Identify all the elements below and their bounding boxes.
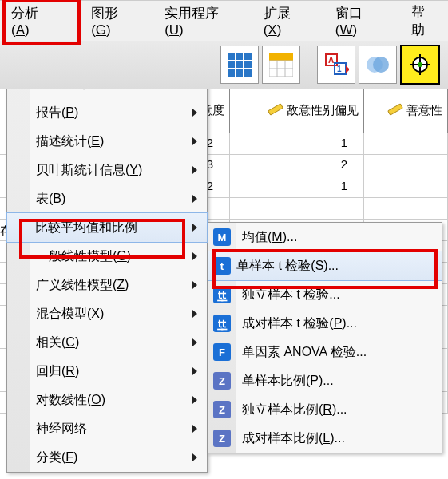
submenu-item-icon: Z xyxy=(213,401,231,418)
cell[interactable] xyxy=(364,176,448,198)
submenu-arrow-icon xyxy=(192,425,197,433)
submenu-item[interactable]: Z成对样本比例(L)... xyxy=(208,424,442,453)
menu-graphs[interactable]: 图形(G) xyxy=(80,0,147,46)
menu-item[interactable]: 表(B) xyxy=(7,184,207,213)
submenu-item-label: 成对样本比例( xyxy=(242,430,323,447)
menu-analyze[interactable]: 分析(A) xyxy=(0,0,65,46)
cell[interactable]: 2 xyxy=(230,155,364,176)
menu-item[interactable]: 报告(P) xyxy=(7,98,207,127)
menu-item-label: 相关( xyxy=(36,335,65,351)
cell[interactable] xyxy=(230,198,364,220)
toolbar-venn-icon[interactable] xyxy=(359,46,397,84)
submenu-arrow-icon xyxy=(192,396,197,404)
menu-extensions[interactable]: 扩展(X) xyxy=(252,0,318,46)
col-header-2[interactable]: 敌意性别偏见 xyxy=(230,88,364,133)
col-header-3[interactable]: 善意性 xyxy=(364,88,448,133)
menu-item[interactable]: 回归(R) xyxy=(7,357,207,386)
submenu-item[interactable]: t̲t̲独立样本 t 检验... xyxy=(208,280,442,309)
menu-help[interactable]: 帮助 xyxy=(400,0,448,47)
submenu-arrow-icon xyxy=(192,453,197,461)
svg-marker-14 xyxy=(346,65,349,73)
menu-item-label: 分类( xyxy=(36,449,65,466)
submenu-arrow-icon xyxy=(192,166,197,174)
menu-window[interactable]: 窗口(W) xyxy=(324,0,394,46)
submenu-arrow-icon xyxy=(192,137,197,145)
menu-item-label: 一般线性模型( xyxy=(36,248,117,265)
submenu-item-label: 独立样本 t 检验... xyxy=(242,287,340,303)
menu-item[interactable]: 神经网络 xyxy=(7,414,207,443)
menu-item-label: 描述统计( xyxy=(36,133,91,150)
submenu-item[interactable]: Z独立样本比例(R)... xyxy=(208,395,442,424)
menu-item-label: 表( xyxy=(36,191,53,208)
submenu-item-label: 独立样本比例( xyxy=(242,402,323,418)
submenu-arrow-icon xyxy=(192,281,197,289)
menu-utilities[interactable]: 实用程序(U) xyxy=(153,0,246,46)
toolbar: A1 xyxy=(0,40,448,89)
menu-hotkey: A xyxy=(16,22,25,38)
submenu-item-icon: t̲t̲ xyxy=(213,315,231,332)
menu-item[interactable]: 贝叶斯统计信息(Y) xyxy=(7,156,207,184)
cell[interactable]: 1 xyxy=(230,176,364,198)
svg-rect-5 xyxy=(269,53,293,61)
menu-item-label: 比较平均值和比例 xyxy=(35,220,137,236)
submenu-arrow-icon xyxy=(192,310,197,318)
cell[interactable] xyxy=(364,133,448,155)
submenu-item-label: 均值( xyxy=(242,229,272,246)
submenu-item-label: 单因素 ANOVA 检验... xyxy=(242,344,367,361)
submenu-item[interactable]: M均值(M)... xyxy=(208,223,442,251)
submenu-item-icon: Z xyxy=(213,372,231,390)
cell[interactable]: 1 xyxy=(230,133,364,155)
menu-item[interactable]: 一般线性模型(G) xyxy=(7,242,207,271)
svg-text:A: A xyxy=(328,56,334,65)
analyze-dropdown: 功效分析(W)Meta 分析报告(P)描述统计(E)贝叶斯统计信息(Y)表(B)… xyxy=(6,40,208,473)
submenu-arrow-icon xyxy=(192,109,197,117)
submenu-item[interactable]: F单因素 ANOVA 检验... xyxy=(208,338,442,366)
submenu-item-icon: F xyxy=(213,343,231,361)
submenu-item-label: 单样本比例( xyxy=(242,373,310,390)
submenu-item-icon: M xyxy=(213,228,231,246)
submenu-item[interactable]: t̲t̲成对样本 t 检验(P)... xyxy=(208,309,442,338)
submenu-item-icon: Z xyxy=(213,430,231,447)
menu-item[interactable]: 比较平均值和比例 xyxy=(6,212,208,243)
cell[interactable] xyxy=(364,198,448,220)
menu-item-label: 对数线性( xyxy=(36,392,91,409)
svg-text:1: 1 xyxy=(337,65,342,73)
cell[interactable] xyxy=(364,155,448,176)
ruler-icon xyxy=(387,101,403,120)
menu-item-label: 回归( xyxy=(36,363,65,380)
submenu-item-icon: t̲t̲ xyxy=(213,286,231,303)
menu-item[interactable]: 描述统计(E) xyxy=(7,127,207,156)
toolbar-separator xyxy=(307,47,307,82)
menu-item[interactable]: 分类(F) xyxy=(7,443,207,472)
toolbar-target-icon[interactable] xyxy=(400,45,440,85)
menubar: 分析(A) 图形(G) 实用程序(U) 扩展(X) 窗口(W) 帮助 xyxy=(0,0,448,41)
submenu-arrow-icon xyxy=(192,338,197,346)
menu-item-label: 贝叶斯统计信息( xyxy=(36,162,129,179)
menu-item[interactable]: 相关(C) xyxy=(7,328,207,357)
menu-item-label: 混合模型( xyxy=(36,306,91,323)
submenu-item-label: 成对样本 t 检验( xyxy=(242,315,334,332)
toolbar-calendar-icon[interactable] xyxy=(262,46,300,84)
svg-point-16 xyxy=(373,57,389,73)
compare-means-submenu: M均值(M)...t单样本 t 检验(S)...t̲t̲独立样本 t 检验...… xyxy=(208,222,442,453)
submenu-item[interactable]: Z单样本比例(P)... xyxy=(208,366,442,395)
toolbar-grid-icon[interactable] xyxy=(220,46,259,84)
submenu-arrow-icon xyxy=(192,195,197,203)
submenu-arrow-icon xyxy=(192,224,197,232)
submenu-arrow-icon xyxy=(192,252,197,260)
menu-item[interactable]: 广义线性模型(Z) xyxy=(7,271,207,299)
svg-point-20 xyxy=(418,62,422,67)
toolbar-labels-icon[interactable]: A1 xyxy=(317,46,355,84)
menu-item[interactable]: 混合模型(X) xyxy=(7,299,207,328)
submenu-item-icon: t xyxy=(213,257,231,275)
submenu-item-label: 单样本 t 检验( xyxy=(236,258,315,275)
svg-rect-22 xyxy=(268,103,283,114)
svg-rect-23 xyxy=(388,103,403,114)
menu-item-label: 神经网络 xyxy=(36,421,87,437)
submenu-arrow-icon xyxy=(192,367,197,375)
ruler-icon xyxy=(268,101,283,120)
menu-item-label: 广义线性模型( xyxy=(36,277,117,294)
submenu-item[interactable]: t单样本 t 检验(S)... xyxy=(208,251,442,281)
svg-rect-0 xyxy=(228,53,252,77)
menu-item[interactable]: 对数线性(O) xyxy=(7,386,207,414)
